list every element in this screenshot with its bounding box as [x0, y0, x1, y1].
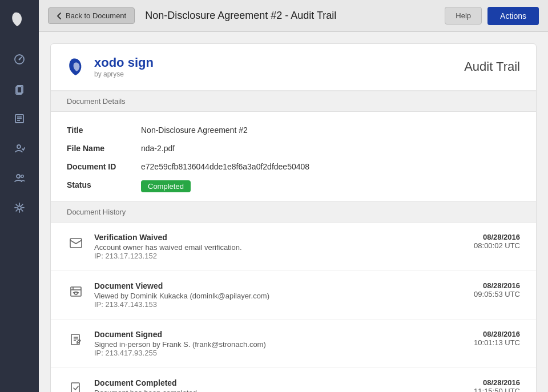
back-button-label: Back to Document	[66, 11, 126, 20]
history-main-3: Document Completed Document has been com…	[94, 378, 448, 392]
xodo-logo-icon	[67, 56, 88, 78]
audit-trail-card: xodo sign by apryse Audit Trail Document…	[50, 43, 537, 392]
history-date-time: 11:15:50 UTC	[457, 387, 520, 392]
history-ip: IP: 213.417.93.255	[94, 349, 448, 357]
sidebar-item-form[interactable]	[7, 106, 32, 131]
history-ip: IP: 213.17.123.152	[94, 252, 448, 260]
content-area: xodo sign by apryse Audit Trail Document…	[39, 32, 548, 392]
title-row: Title Non-Disclosure Agreement #2	[67, 121, 520, 139]
history-description: Signed in-person by Frank S. (frank@stro…	[94, 340, 448, 349]
document-details-section-header: Document Details	[51, 91, 536, 112]
history-item: Verification Waived Account owner has wa…	[51, 223, 536, 271]
filename-value: nda-2.pdf	[141, 144, 175, 153]
sidebar-item-settings[interactable]	[7, 195, 32, 220]
help-button[interactable]: Help	[445, 7, 482, 25]
status-label: Status	[67, 180, 141, 189]
complete-icon	[67, 379, 85, 392]
history-item: Document Viewed Viewed by Dominik Kukack…	[51, 271, 536, 320]
card-header: xodo sign by apryse Audit Trail	[51, 44, 536, 91]
history-description: Viewed by Dominik Kukacka (dominlk@apila…	[94, 292, 448, 300]
history-main-1: Document Viewed Viewed by Dominik Kukack…	[94, 281, 448, 309]
audit-trail-heading: Audit Trail	[464, 59, 520, 74]
title-label: Title	[67, 126, 141, 135]
docid-label: Document ID	[67, 162, 141, 171]
title-value: Non-Disclosure Agreement #2	[141, 126, 248, 135]
history-description: Account owner has waived email verificat…	[94, 243, 448, 252]
svg-rect-18	[71, 383, 79, 392]
history-date: 08/28/2016 11:15:50 UTC	[457, 378, 520, 392]
filename-label: File Name	[67, 144, 141, 153]
history-date: 08/28/2016 10:01:13 UTC	[457, 330, 520, 347]
sign-icon	[67, 331, 85, 349]
svg-point-8	[17, 145, 21, 148]
svg-point-10	[21, 175, 23, 177]
history-description: Document has been completed.	[94, 389, 448, 392]
logo-area: xodo sign by apryse	[67, 55, 154, 79]
history-date-main: 08/28/2016	[457, 378, 520, 387]
sidebar-item-dashboard[interactable]	[7, 47, 32, 72]
history-date: 08/28/2016 09:05:53 UTC	[457, 281, 520, 298]
document-history-section-header: Document History	[51, 201, 536, 223]
history-ip: IP: 213.47.143.153	[94, 300, 448, 309]
history-list: Verification Waived Account owner has wa…	[51, 223, 536, 392]
logo-sub-text: by apryse	[94, 70, 154, 78]
history-date-main: 08/28/2016	[457, 233, 520, 241]
docid-value: e72e59cfb8136044dde1e8f6a3a0f2dfdee50408	[141, 162, 309, 171]
history-event-name: Verification Waived	[94, 233, 448, 242]
back-to-document-button[interactable]: Back to Document	[48, 7, 135, 24]
logo-brand-name: xodo sign	[94, 55, 154, 70]
logo-text-area: xodo sign by apryse	[94, 55, 154, 79]
history-event-name: Document Signed	[94, 330, 448, 339]
sidebar-item-users[interactable]	[7, 165, 32, 191]
main-content: Back to Document Non-Disclosure Agreemen…	[39, 0, 548, 392]
history-event-name: Document Viewed	[94, 281, 448, 290]
history-item: Document Completed Document has been com…	[51, 368, 536, 392]
history-date: 08/28/2016 08:00:02 UTC	[457, 233, 520, 250]
email-icon	[67, 234, 85, 252]
sidebar	[0, 0, 39, 392]
svg-point-11	[18, 206, 21, 209]
sidebar-item-copy[interactable]	[7, 76, 32, 102]
status-row: Status Completed	[67, 176, 520, 197]
history-item: Document Signed Signed in-person by Fran…	[51, 320, 536, 368]
history-main-2: Document Signed Signed in-person by Fran…	[94, 330, 448, 357]
history-date-time: 08:00:02 UTC	[457, 241, 520, 250]
history-date-main: 08/28/2016	[457, 330, 520, 338]
svg-rect-12	[70, 239, 82, 248]
view-icon	[67, 282, 85, 301]
logo	[6, 6, 33, 33]
history-date-time: 09:05:53 UTC	[457, 290, 520, 298]
filename-row: File Name nda-2.pdf	[67, 139, 520, 157]
page-title: Non-Disclosure Agreement #2 - Audit Trai…	[145, 10, 445, 22]
sidebar-item-user-sign[interactable]	[7, 136, 32, 161]
topbar: Back to Document Non-Disclosure Agreemen…	[39, 0, 548, 32]
history-date-main: 08/28/2016	[457, 281, 520, 290]
docid-row: Document ID e72e59cfb8136044dde1e8f6a3a0…	[67, 157, 520, 176]
actions-button[interactable]: Actions	[487, 7, 539, 25]
svg-point-9	[17, 175, 20, 178]
history-main-0: Verification Waived Account owner has wa…	[94, 233, 448, 260]
status-badge: Completed	[141, 180, 191, 192]
history-date-time: 10:01:13 UTC	[457, 338, 520, 347]
document-details: Title Non-Disclosure Agreement #2 File N…	[51, 112, 536, 201]
history-event-name: Document Completed	[94, 378, 448, 387]
svg-point-1	[19, 59, 21, 60]
